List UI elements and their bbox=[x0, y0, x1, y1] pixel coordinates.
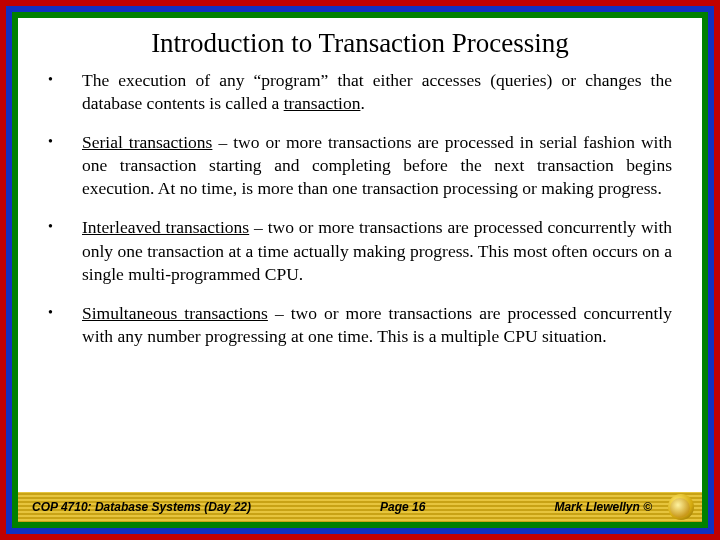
slide-title: Introduction to Transaction Processing bbox=[18, 18, 702, 65]
footer-author: Mark Llewellyn © bbox=[554, 500, 652, 514]
bullet-text: Simultaneous transactions – two or more … bbox=[82, 302, 672, 348]
slide-border-mid: Introduction to Transaction Processing •… bbox=[6, 6, 714, 534]
bullet-marker-icon: • bbox=[48, 69, 58, 91]
slide-border-inner: Introduction to Transaction Processing •… bbox=[12, 12, 708, 528]
bullet-text: The execution of any “program” that eith… bbox=[82, 69, 672, 115]
bullet-item: •Serial transactions – two or more trans… bbox=[48, 131, 672, 200]
slide-content: •The execution of any “program” that eit… bbox=[18, 65, 702, 492]
slide-body: Introduction to Transaction Processing •… bbox=[18, 18, 702, 522]
bullet-marker-icon: • bbox=[48, 302, 58, 324]
bullet-marker-icon: • bbox=[48, 216, 58, 238]
slide-border-outer: Introduction to Transaction Processing •… bbox=[0, 0, 720, 540]
slide-footer: COP 4710: Database Systems (Day 22) Page… bbox=[18, 492, 702, 522]
footer-course: COP 4710: Database Systems (Day 22) bbox=[32, 500, 251, 514]
university-logo-icon bbox=[668, 494, 694, 520]
bullet-text: Interleaved transactions – two or more t… bbox=[82, 216, 672, 285]
bullet-marker-icon: • bbox=[48, 131, 58, 153]
bullet-item: •Simultaneous transactions – two or more… bbox=[48, 302, 672, 348]
bullet-item: •The execution of any “program” that eit… bbox=[48, 69, 672, 115]
bullet-text: Serial transactions – two or more transa… bbox=[82, 131, 672, 200]
bullet-item: •Interleaved transactions – two or more … bbox=[48, 216, 672, 285]
footer-page: Page 16 bbox=[261, 500, 544, 514]
